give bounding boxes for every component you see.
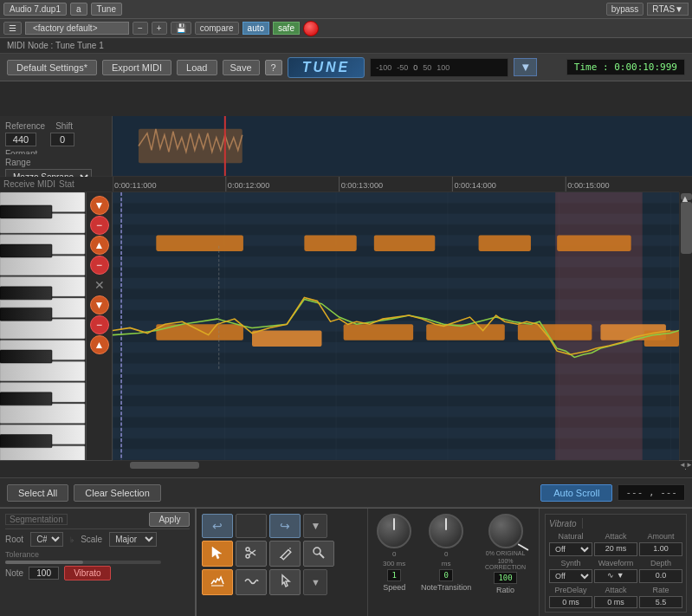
root-sharp-indicator: ♭	[70, 535, 74, 544]
tool-row-1: ↩ ↪ ▼	[202, 514, 362, 538]
tool-down-button[interactable]: ▼	[303, 569, 327, 595]
corner-nav-icons[interactable]: ◄►	[679, 461, 692, 470]
safe-label: safe	[273, 22, 300, 35]
svg-text:0:00:15:000: 0:00:15:000	[567, 181, 609, 190]
select-all-button[interactable]: Select All	[7, 484, 68, 502]
disk-button[interactable]: 💾	[171, 22, 191, 35]
attack-2-label: Attack	[594, 586, 637, 594]
clear-selection-button[interactable]: Clear Selection	[74, 484, 161, 502]
note-transition-knob[interactable]	[429, 514, 463, 548]
vibrato-col-headers: Natural Attack Amount	[549, 532, 682, 541]
vibrato-header: Vibrato	[549, 518, 682, 528]
remove-button-3[interactable]: −	[90, 315, 109, 334]
svg-rect-27	[0, 205, 52, 218]
track-label: Audio 7.dup1	[3, 3, 67, 16]
spacer-1	[236, 514, 267, 538]
bottom-toolbar: Select All Clear Selection Auto Scroll -…	[0, 477, 692, 508]
undo-button[interactable]: ↩	[202, 514, 233, 538]
svg-rect-42	[304, 235, 356, 251]
scale-select[interactable]: MajorMinorPentatonic	[109, 532, 157, 547]
piano-keys-svg	[0, 192, 87, 469]
svg-point-55	[246, 554, 249, 558]
menu-arrow-button[interactable]: ☰	[3, 22, 22, 35]
attack-header: Attack	[594, 532, 637, 541]
shift-label: Shift	[55, 121, 73, 131]
natural-select[interactable]: OffOn	[549, 542, 592, 556]
knob-controls: 0 300 ms 1 Speed 0 ms 0 NoteTransition	[368, 509, 540, 616]
vertical-scrollbar[interactable]: ▲ ▼	[679, 192, 692, 469]
vibrato-title: Vibrato	[549, 519, 577, 528]
timeline-ruler: 0:00:11:000 0:00:12:000 0:00:13:000 0:00…	[113, 177, 679, 192]
speed-knob[interactable]	[377, 514, 411, 548]
magnify-tool-button[interactable]	[303, 541, 334, 567]
piano-keyboard[interactable]	[0, 192, 87, 469]
reference-input[interactable]	[5, 133, 36, 146]
redo-button[interactable]: ↪	[269, 514, 301, 538]
help-button[interactable]: ?	[265, 60, 282, 75]
pencil-tool-button[interactable]	[269, 541, 301, 567]
auto-scroll-button[interactable]: Auto Scroll	[540, 484, 612, 502]
nt-max-label: ms	[442, 560, 451, 567]
minus-button[interactable]: −	[133, 22, 148, 35]
apply-button[interactable]: Apply	[149, 512, 190, 527]
plus-button[interactable]: +	[152, 22, 167, 35]
tune-tool-button[interactable]	[202, 569, 233, 595]
seg-header: Segmentation Apply	[5, 512, 190, 529]
vibrato-inner: Vibrato Natural Attack Amount OffOn 20 m…	[545, 514, 687, 613]
hscrollbar-thumb[interactable]	[130, 462, 199, 469]
pointer-tool-button[interactable]	[269, 569, 301, 595]
scrollbar-thumb[interactable]	[681, 202, 692, 254]
nt-min-label: 0	[444, 550, 448, 558]
scroll-down-button-1[interactable]: ▼	[90, 196, 109, 215]
remove-button-1[interactable]: −	[90, 216, 109, 235]
speed-knob-group: 0 300 ms 1 Speed	[377, 514, 411, 592]
scroll-up-button-1[interactable]: ▲	[90, 236, 109, 255]
horizontal-scrollbar[interactable]	[113, 460, 679, 469]
timeline-header: 0:00:11:000 0:00:12:000 0:00:13:000 0:00…	[113, 177, 679, 192]
vibrato-predelay-headers: PreDelay Attack Rate	[549, 586, 682, 594]
shift-input[interactable]	[50, 133, 74, 146]
svg-rect-49	[426, 324, 505, 340]
scissors-tool-button[interactable]	[236, 541, 267, 567]
remove-button-2[interactable]: −	[90, 256, 109, 275]
svg-line-60	[280, 557, 281, 558]
vibrato-panel: Vibrato Natural Attack Amount OffOn 20 m…	[540, 509, 692, 616]
svg-rect-28	[0, 244, 52, 257]
wave-tool-button[interactable]	[236, 569, 267, 595]
preset-display: <factory default>	[25, 22, 129, 35]
synth-select[interactable]: OffOn	[549, 569, 592, 583]
svg-rect-17	[0, 256, 85, 276]
scroll-down-button-2[interactable]: ▼	[90, 295, 109, 314]
time-display: Time : 0:00:10:999	[566, 59, 685, 75]
rate-value: 5.5	[639, 596, 682, 608]
pitch-label-plus100: 100	[437, 63, 449, 72]
rtas-button[interactable]: RTAS▼	[647, 3, 689, 16]
bypass-button[interactable]: bypass	[606, 3, 644, 16]
ratio-knob[interactable]	[488, 514, 523, 548]
svg-point-54	[246, 548, 249, 551]
default-settings-button[interactable]: Default Settings*	[7, 60, 97, 75]
root-select[interactable]: C#CDE	[30, 532, 63, 547]
svg-rect-46	[156, 324, 243, 340]
save-button[interactable]: Save	[223, 60, 260, 75]
select-tool-button[interactable]	[202, 541, 233, 567]
load-button[interactable]: Load	[177, 60, 217, 75]
x-mark-button[interactable]: ✕	[90, 276, 109, 295]
pitch-dropdown-button[interactable]: ▼	[514, 58, 537, 76]
speed-max-label: 300 ms	[383, 560, 405, 567]
scroll-up-button-2[interactable]: ▲	[90, 335, 109, 354]
svg-rect-43	[374, 235, 435, 251]
svg-rect-58	[281, 549, 291, 559]
waveform-select[interactable]: ∿ ▼	[594, 569, 637, 583]
note-label: Note	[5, 568, 23, 578]
svg-rect-24	[0, 404, 85, 424]
vibrato-button[interactable]: Vibrato	[64, 566, 111, 580]
down-arrow-button[interactable]: ▼	[303, 514, 327, 538]
vibrato-synth-headers: Synth Waveform Depth	[549, 559, 682, 567]
time-code-display: --- , ---	[618, 484, 685, 501]
scrollbar-up-arrow[interactable]: ▲	[681, 193, 692, 200]
compare-button[interactable]: compare	[195, 22, 239, 35]
receive-midi-label: Receive MIDI	[3, 179, 55, 189]
export-midi-button[interactable]: Export MIDI	[102, 60, 171, 75]
main-grid[interactable]	[113, 192, 679, 469]
